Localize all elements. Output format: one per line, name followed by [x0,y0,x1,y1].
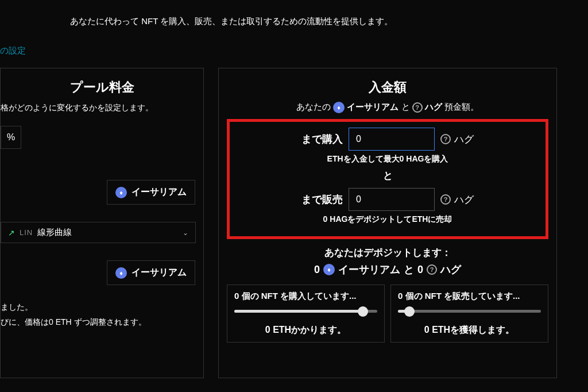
buy-hint: ETHを入金して最大0 HAGを購入 [247,154,528,164]
buy-slider-fill [234,310,363,313]
question-icon: ? [412,102,423,113]
deposit-suffix: 預金額。 [444,102,479,112]
eth-token-tag-2[interactable]: ♦ イーサリアム [107,260,195,285]
deposit-hag-label: ハグ [425,102,442,112]
deposit-panel: 入金額 あなたの ♦ イーサリアム と ? ハグ 預金額。 まで購入 ? ハグ … [218,68,557,378]
pool-fee-subtitle: 格がどのように変化するかを設定します。 [1,103,203,113]
question-icon[interactable]: ? [440,194,451,205]
summary-hag-label: ハグ [440,263,461,276]
hag-label: ハグ [454,133,474,146]
sell-token-tag: ? ハグ [440,193,474,206]
deposit-description: あなたの ♦ イーサリアム と ? ハグ 預金額。 [227,102,548,113]
chevron-down-icon: ⌄ [183,229,188,237]
ethereum-icon: ♦ [333,102,345,113]
ethereum-icon: ♦ [115,267,127,279]
eth-token-tag-1[interactable]: ♦ イーサリアム [107,180,195,205]
percent-box[interactable]: % [1,126,21,149]
and-separator: と [247,169,528,182]
ethereum-icon: ♦ [323,264,335,275]
sell-slider-thumb[interactable] [404,306,415,317]
deposit-eth-label: イーサリアム [347,102,399,112]
sell-sim-title: 0 個の NFT を販売しています... [398,291,541,302]
top-description: あなたに代わって NFT を購入、販売、または取引するための流動性を提供します。 [70,16,393,27]
summary-hag-amount: 0 [417,264,423,276]
sell-input-row: まで販売 ? ハグ [247,188,528,211]
buy-sim-title: 0 個の NFT を購入しています... [234,291,377,302]
question-icon[interactable]: ? [440,134,451,144]
curve-lin-label: LIN [20,228,33,237]
summary-eth-amount: 0 [314,264,320,276]
deposit-title: 入金額 [227,79,548,96]
sell-sim-result: 0 ETHを獲得します。 [398,324,541,336]
curve-name: 線形曲線 [37,227,72,238]
buy-input-row: まで購入 ? ハグ [247,128,528,151]
summary-eth-label: イーサリアム [338,263,400,276]
hag-label: ハグ [454,193,474,206]
deposit-prefix: あなたの [296,102,331,112]
left-note-1: ました。 [1,302,203,313]
settings-link[interactable]: の設定 [0,45,26,56]
sell-label: まで販売 [301,193,343,206]
eth-label: イーサリアム [131,186,187,198]
curve-line-icon: ↗ [8,228,15,237]
deposit-summary-title: あなたはデポジットします： [227,246,548,259]
sell-amount-input[interactable] [349,188,435,211]
highlighted-inputs-box: まで購入 ? ハグ ETHを入金して最大0 HAGを購入 と まで販売 ? ハグ… [227,119,548,239]
pool-fee-title: プール料金 [1,79,203,96]
buy-slider-thumb[interactable] [358,306,368,317]
sell-hint: 0 HAGをデポジットしてETHに売却 [247,214,528,225]
eth-label: イーサリアム [131,267,187,279]
summary-and: と [404,263,414,276]
buy-sim-result: 0 ETHかかります。 [234,324,377,336]
sell-simulation-box: 0 個の NFT を販売しています... 0 ETHを獲得します。 [390,285,548,343]
buy-token-tag: ? ハグ [440,133,474,146]
ethereum-icon: ♦ [115,187,127,198]
sell-slider[interactable] [398,310,541,313]
curve-select[interactable]: ↗ LIN 線形曲線 ⌄ [1,222,196,243]
left-note-2: びに、価格は0 ETH ずつ調整されます。 [1,317,203,328]
buy-slider[interactable] [234,310,377,313]
question-icon: ? [427,264,437,275]
deposit-and: と [401,102,410,112]
simulation-row: 0 個の NFT を購入しています... 0 ETHかかります。 0 個の NF… [227,285,548,343]
pool-fee-panel: プール料金 格がどのように変化するかを設定します。 % ♦ イーサリアム ↗ L… [0,68,204,378]
deposit-summary-values: 0 ♦ イーサリアム と 0 ? ハグ [227,263,548,276]
buy-amount-input[interactable] [349,128,435,151]
buy-simulation-box: 0 個の NFT を購入しています... 0 ETHかかります。 [227,285,385,343]
buy-label: まで購入 [301,132,343,146]
